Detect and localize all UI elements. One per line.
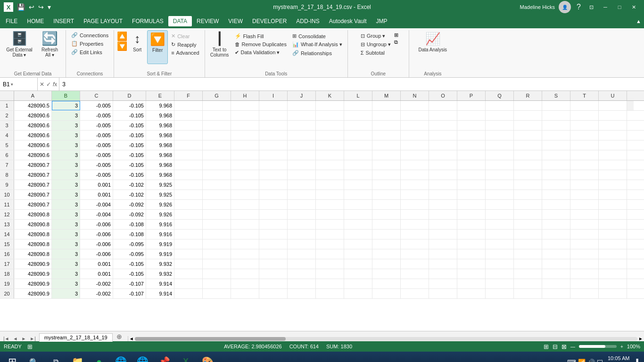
cell-k1[interactable] [316, 101, 344, 110]
cell-a13[interactable]: 428090.8 [14, 220, 52, 229]
cell-f6[interactable] [174, 150, 203, 160]
cell-a10[interactable]: 428090.7 [14, 190, 52, 199]
cell-j19[interactable] [288, 279, 316, 288]
zoom-slider[interactable] [579, 345, 617, 348]
spreadsheet-mode-icon[interactable]: ⊞ [27, 343, 33, 350]
cell-o7[interactable] [429, 160, 457, 170]
cell-i7[interactable] [259, 160, 288, 170]
cell-s14[interactable] [542, 230, 570, 239]
cell-e16[interactable]: 9.919 [146, 249, 174, 259]
cell-p5[interactable] [457, 140, 486, 150]
cell-b5[interactable]: 3 [52, 140, 80, 150]
customize-quick-btn[interactable]: ▾ [47, 2, 52, 12]
col-header-d[interactable]: D [113, 91, 146, 100]
cell-e3[interactable]: 9.968 [146, 121, 174, 130]
col-header-u[interactable]: U [599, 91, 627, 100]
cell-o15[interactable] [429, 239, 457, 249]
cell-u20[interactable] [599, 289, 627, 298]
col-header-t[interactable]: T [570, 91, 599, 100]
cell-g1[interactable] [203, 101, 231, 110]
cell-h20[interactable] [231, 289, 259, 298]
hscroll-left[interactable]: ◄ [129, 336, 134, 341]
cell-h11[interactable] [231, 200, 259, 209]
cell-o14[interactable] [429, 230, 457, 239]
cell-h1[interactable] [231, 101, 259, 110]
cell-m10[interactable] [372, 190, 401, 199]
cell-c17[interactable]: 0.001 [80, 259, 113, 269]
page-break-icon[interactable]: ⊠ [561, 343, 567, 350]
cell-e19[interactable]: 9.914 [146, 279, 174, 288]
menu-review[interactable]: REVIEW [192, 16, 223, 26]
cell-n20[interactable] [401, 289, 429, 298]
cell-b2[interactable]: 3 [52, 111, 80, 120]
hscroll-track[interactable] [135, 337, 637, 341]
cell-o11[interactable] [429, 200, 457, 209]
cell-f20[interactable] [174, 289, 203, 298]
cell-m19[interactable] [372, 279, 401, 288]
consolidate-btn[interactable]: ⊞ Consolidate [290, 32, 345, 40]
cell-q2[interactable] [486, 111, 514, 120]
cell-c2[interactable]: -0.005 [80, 111, 113, 120]
cell-g11[interactable] [203, 200, 231, 209]
remove-duplicates-btn[interactable]: 🗑 Remove Duplicates [232, 41, 289, 48]
cell-k11[interactable] [316, 200, 344, 209]
cell-u5[interactable] [599, 140, 627, 150]
cell-n16[interactable] [401, 249, 429, 259]
cell-a8[interactable]: 428090.7 [14, 170, 52, 180]
cell-n4[interactable] [401, 131, 429, 140]
cell-c10[interactable]: 0.001 [80, 190, 113, 199]
cell-h14[interactable] [231, 230, 259, 239]
cell-h5[interactable] [231, 140, 259, 150]
col-header-o[interactable]: O [429, 91, 457, 100]
cell-o8[interactable] [429, 170, 457, 180]
cell-b16[interactable]: 3 [52, 249, 80, 259]
cell-q1[interactable] [486, 101, 514, 110]
cell-s7[interactable] [542, 160, 570, 170]
cell-i2[interactable] [259, 111, 288, 120]
cell-h10[interactable] [231, 190, 259, 199]
cell-d18[interactable]: -0.105 [113, 269, 146, 279]
cell-e7[interactable]: 9.968 [146, 160, 174, 170]
grid-body[interactable]: 1428090.53-0.005-0.1059.9682428090.63-0.… [0, 101, 644, 331]
cell-i4[interactable] [259, 131, 288, 140]
group-btn[interactable]: ⊡ Group ▾ [358, 32, 393, 40]
sheet-next-btn[interactable]: ► [20, 336, 27, 341]
cell-j6[interactable] [288, 150, 316, 160]
cell-t16[interactable] [570, 249, 599, 259]
cell-k8[interactable] [316, 170, 344, 180]
cell-r4[interactable] [514, 131, 542, 140]
cancel-formula-icon[interactable]: ✕ [40, 81, 44, 88]
cell-e15[interactable]: 9.919 [146, 239, 174, 249]
cell-k18[interactable] [316, 269, 344, 279]
cell-i16[interactable] [259, 249, 288, 259]
cell-l2[interactable] [344, 111, 372, 120]
cell-s1[interactable] [542, 101, 570, 110]
cell-m6[interactable] [372, 150, 401, 160]
cell-g10[interactable] [203, 190, 231, 199]
cell-i3[interactable] [259, 121, 288, 130]
cell-b9[interactable]: 3 [52, 180, 80, 189]
cell-l8[interactable] [344, 170, 372, 180]
cell-s12[interactable] [542, 210, 570, 219]
cell-e10[interactable]: 9.925 [146, 190, 174, 199]
cell-d15[interactable]: -0.095 [113, 239, 146, 249]
cell-d7[interactable]: -0.105 [113, 160, 146, 170]
cell-u14[interactable] [599, 230, 627, 239]
cell-u11[interactable] [599, 200, 627, 209]
cell-a20[interactable]: 428090.9 [14, 289, 52, 298]
cell-k19[interactable] [316, 279, 344, 288]
cell-u1[interactable] [599, 101, 627, 110]
cell-r10[interactable] [514, 190, 542, 199]
cell-b6[interactable]: 3 [52, 150, 80, 160]
cell-p17[interactable] [457, 259, 486, 269]
cell-r16[interactable] [514, 249, 542, 259]
cell-s5[interactable] [542, 140, 570, 150]
cell-m14[interactable] [372, 230, 401, 239]
cell-f10[interactable] [174, 190, 203, 199]
cell-q15[interactable] [486, 239, 514, 249]
col-header-l[interactable]: L [344, 91, 372, 100]
cell-o19[interactable] [429, 279, 457, 288]
cell-t6[interactable] [570, 150, 599, 160]
col-header-m[interactable]: M [372, 91, 401, 100]
cell-g13[interactable] [203, 220, 231, 229]
